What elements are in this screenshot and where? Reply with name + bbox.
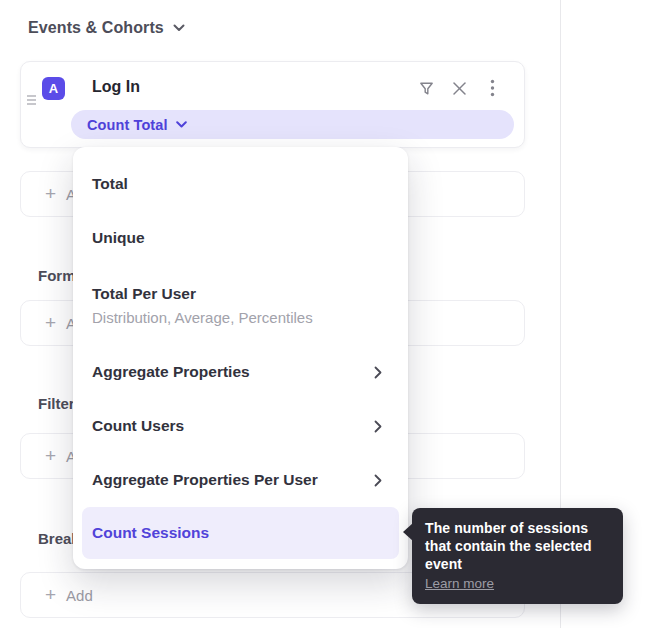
menu-item-label: Unique — [92, 229, 145, 247]
menu-item-count-sessions[interactable]: Count Sessions — [82, 507, 399, 559]
menu-item-label: Aggregate Properties Per User — [92, 471, 318, 489]
measurement-pill[interactable]: Count Total — [71, 110, 514, 139]
chevron-down-icon — [173, 24, 185, 32]
add-label: Add — [66, 587, 93, 604]
chevron-down-icon — [176, 121, 187, 128]
chevron-right-icon — [374, 474, 382, 487]
menu-item-total[interactable]: Total — [73, 157, 408, 211]
close-icon — [452, 81, 467, 96]
measurement-label: Count Total — [87, 117, 168, 133]
menu-item-label: Aggregate Properties — [92, 363, 250, 381]
plus-icon: + — [45, 446, 56, 465]
query-builder-panel: Events & Cohorts + Add Formulas + Add Fi… — [0, 0, 658, 628]
learn-more-link[interactable]: Learn more — [425, 576, 494, 591]
plus-icon: + — [45, 313, 56, 332]
chevron-right-icon — [374, 366, 382, 379]
kebab-icon — [490, 79, 495, 97]
measurement-menu: Total Unique Total Per User Distribution… — [73, 147, 408, 569]
funnel-icon — [418, 80, 435, 97]
event-card-actions — [416, 78, 502, 98]
remove-event-button[interactable] — [449, 78, 469, 98]
tooltip-arrow — [403, 523, 413, 541]
event-name[interactable]: Log In — [92, 78, 140, 96]
filter-event-button[interactable] — [416, 78, 436, 98]
menu-item-unique[interactable]: Unique — [73, 211, 408, 265]
menu-item-label: Count Sessions — [92, 524, 209, 542]
menu-item-label: Total — [92, 175, 128, 193]
tooltip-text: The number of sessions that contain the … — [425, 519, 610, 573]
page-title: Events & Cohorts — [28, 19, 164, 37]
chevron-right-icon — [374, 420, 382, 433]
count-sessions-tooltip: The number of sessions that contain the … — [412, 508, 623, 604]
menu-item-label: Count Users — [92, 417, 184, 435]
menu-item-label: Total Per User — [92, 285, 313, 303]
menu-item-total-per-user[interactable]: Total Per User Distribution, Average, Pe… — [73, 265, 408, 345]
drag-handle-icon[interactable] — [26, 91, 37, 109]
menu-item-aggregate-properties[interactable]: Aggregate Properties — [73, 345, 408, 399]
plus-icon: + — [45, 585, 56, 604]
menu-item-aggregate-properties-per-user[interactable]: Aggregate Properties Per User — [73, 453, 408, 507]
events-cohorts-header[interactable]: Events & Cohorts — [28, 19, 185, 37]
event-options-button[interactable] — [482, 78, 502, 98]
menu-item-count-users[interactable]: Count Users — [73, 399, 408, 453]
event-card: A Log In Count Total — [20, 61, 525, 148]
menu-item-sublabel: Distribution, Average, Percentiles — [92, 309, 313, 326]
event-letter-badge: A — [42, 77, 65, 100]
plus-icon: + — [45, 184, 56, 203]
